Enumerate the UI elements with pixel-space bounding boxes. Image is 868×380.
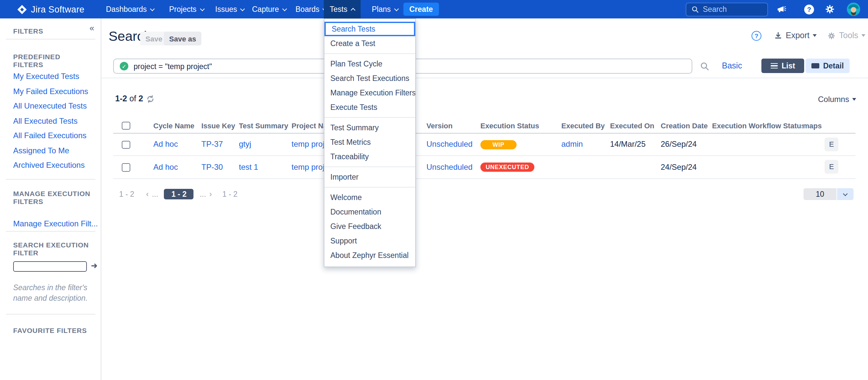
sidebar-item-all-failed-executions[interactable]: All Failed Executions <box>13 131 87 140</box>
menu-item-importer[interactable]: Importer <box>324 170 415 184</box>
menu-item-welcome[interactable]: Welcome <box>324 190 415 204</box>
nav-projects[interactable]: Projects <box>163 0 210 19</box>
global-search-input[interactable] <box>703 5 762 13</box>
query-text: project = "temp project" <box>133 62 212 70</box>
status-badge[interactable]: UNEXECUTED <box>480 163 534 172</box>
issue-key-link[interactable]: TP-37 <box>202 140 223 149</box>
save-as-button[interactable]: Save as <box>164 32 202 45</box>
divider <box>6 38 95 39</box>
sidebar-item-all-unexecuted-tests[interactable]: All Unexecuted Tests <box>13 101 87 110</box>
menu-item-documentation[interactable]: Documentation <box>324 204 415 219</box>
menu-item-create-a-test[interactable]: Create a Test <box>324 36 415 51</box>
col-maps[interactable]: maps <box>803 119 856 133</box>
sidebar-item-manage-execution-filters[interactable]: Manage Execution Filt... <box>13 219 98 228</box>
test-summary-link[interactable]: gtyj <box>239 140 251 149</box>
issue-key-link[interactable]: TP-30 <box>202 162 223 172</box>
nav-plans[interactable]: Plans <box>366 0 404 19</box>
menu-item-give-feedback[interactable]: Give Feedback <box>324 219 415 233</box>
create-button[interactable]: Create <box>403 3 439 16</box>
sidebar-item-my-failed-executions[interactable]: My Failed Executions <box>13 87 88 96</box>
prev-page-icon[interactable]: ‹ <box>146 190 149 198</box>
run-search-icon[interactable] <box>700 62 709 71</box>
divider <box>6 314 95 314</box>
col-executed-by[interactable]: Executed By <box>561 119 610 133</box>
list-label: List <box>782 62 795 70</box>
sidebar-item-archived-executions[interactable]: Archived Executions <box>13 161 85 170</box>
menu-item-test-metrics[interactable]: Test Metrics <box>324 135 415 149</box>
save-button[interactable]: Save <box>140 32 167 45</box>
sidebar-item-my-executed-tests[interactable]: My Executed Tests <box>13 72 79 81</box>
menu-item-search-tests[interactable]: Search Tests <box>324 22 415 36</box>
sidebar-item-all-executed-tests[interactable]: All Executed Tests <box>13 116 78 125</box>
nav-tests[interactable]: Tests <box>324 0 361 19</box>
page-range-next[interactable]: 1 - 2 <box>222 190 238 198</box>
help-glyph: ? <box>754 32 758 39</box>
execute-button[interactable]: E <box>825 137 838 151</box>
columns-dropdown[interactable]: Columns <box>818 95 857 104</box>
nav-projects-label: Projects <box>169 5 196 13</box>
menu-item-test-summary[interactable]: Test Summary <box>324 120 415 135</box>
chevron-down-icon <box>394 6 399 11</box>
menu-item-about-zephyr-essential[interactable]: About Zephyr Essential <box>324 248 415 262</box>
nav-capture[interactable]: Capture <box>246 0 292 19</box>
ellipsis-right: ... <box>200 190 206 198</box>
help-icon[interactable]: ? <box>804 0 815 19</box>
cycle-name-link[interactable]: Ad hoc <box>153 140 178 149</box>
menu-item-support[interactable]: Support <box>324 233 415 248</box>
list-view-toggle[interactable]: List <box>762 59 804 73</box>
test-summary-link[interactable]: test 1 <box>239 162 258 172</box>
submit-arrow-icon[interactable] <box>91 262 99 270</box>
col-execution-workflow-status[interactable]: Execution Workflow Status <box>712 119 803 133</box>
page-help-icon[interactable]: ? <box>751 31 762 41</box>
execute-button[interactable]: E <box>825 160 838 174</box>
next-page-icon[interactable]: › <box>209 190 212 198</box>
jira-logo-icon <box>17 4 27 14</box>
export-dropdown[interactable]: Export <box>774 31 817 40</box>
basic-mode-link[interactable]: Basic <box>722 61 742 70</box>
divider <box>101 77 868 78</box>
sidebar-item-assigned-to-me[interactable]: Assigned To Me <box>13 146 69 155</box>
chevron-down-icon <box>813 34 817 37</box>
col-issue-key[interactable]: Issue Key <box>202 119 239 133</box>
row-checkbox[interactable] <box>122 141 130 149</box>
col-cycle-name[interactable]: Cycle Name <box>153 119 202 133</box>
user-avatar[interactable] <box>846 0 861 19</box>
col-version[interactable]: Version <box>427 119 480 133</box>
nav-issues[interactable]: Issues <box>209 0 250 19</box>
executed-by-link[interactable]: admin <box>561 140 583 149</box>
tools-dropdown[interactable]: Tools <box>827 31 865 40</box>
page-size-value[interactable]: 10 <box>804 188 836 200</box>
menu-item-traceability[interactable]: Traceability <box>324 149 415 164</box>
jira-logo[interactable]: Jira Software <box>17 0 85 19</box>
refresh-icon[interactable] <box>146 95 155 103</box>
menu-item-manage-execution-filters[interactable]: Manage Execution Filters <box>324 86 415 100</box>
collapse-sidebar-icon[interactable]: « <box>90 24 94 32</box>
detail-view-toggle[interactable]: Detail <box>805 59 849 73</box>
version-link[interactable]: Unscheduled <box>427 140 472 149</box>
col-test-summary[interactable]: Test Summary <box>239 119 291 133</box>
settings-gear-icon[interactable] <box>824 0 836 19</box>
announcements-megaphone-icon[interactable] <box>775 0 787 19</box>
divider <box>324 117 415 118</box>
favourite-filters-title: FAVOURITE FILTERS <box>13 326 91 334</box>
current-page-button[interactable]: 1 - 2 <box>164 189 194 199</box>
execution-workflow-status-value <box>712 133 803 156</box>
cycle-name-link[interactable]: Ad hoc <box>153 162 178 172</box>
nav-dashboards-label: Dashboards <box>106 5 147 13</box>
version-link[interactable]: Unscheduled <box>427 162 472 172</box>
page-range-prev[interactable]: 1 - 2 <box>119 190 134 198</box>
menu-item-execute-tests[interactable]: Execute Tests <box>324 100 415 115</box>
col-executed-on[interactable]: Executed On <box>610 119 661 133</box>
col-creation-date[interactable]: Creation Date <box>661 119 712 133</box>
search-execution-filter-input[interactable] <box>13 261 87 272</box>
status-badge[interactable]: WIP <box>480 140 517 149</box>
col-execution-status[interactable]: Execution Status <box>480 119 561 133</box>
nav-dashboards[interactable]: Dashboards <box>100 0 160 19</box>
divider <box>6 231 95 232</box>
select-all-checkbox[interactable] <box>122 122 130 130</box>
global-search-box[interactable] <box>686 2 768 16</box>
menu-item-plan-test-cycle[interactable]: Plan Test Cycle <box>324 57 415 71</box>
row-checkbox[interactable] <box>122 163 130 172</box>
menu-item-search-test-executions[interactable]: Search Test Executions <box>324 71 415 86</box>
page-size-chevron[interactable] <box>837 188 854 200</box>
